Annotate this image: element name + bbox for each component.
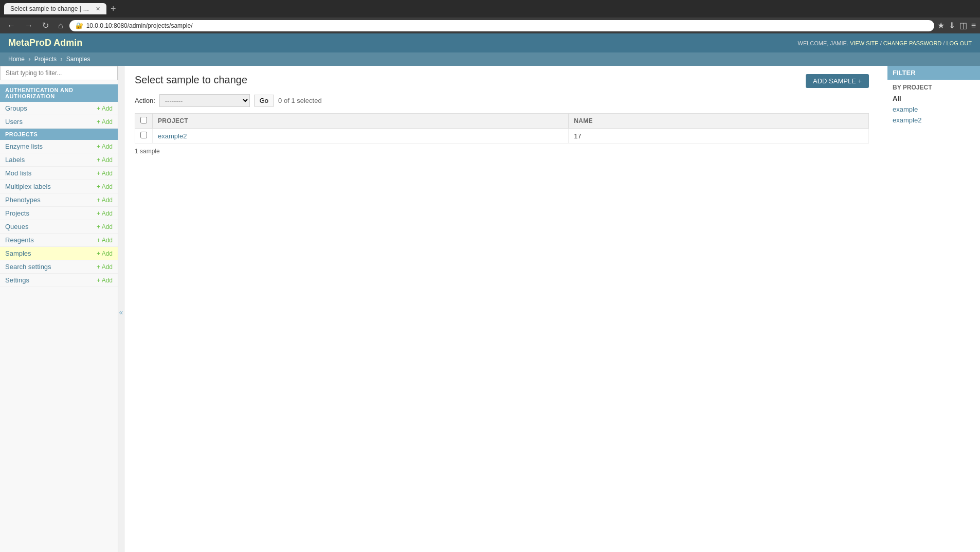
sidebar-link[interactable]: Samples bbox=[5, 250, 31, 257]
users-add-link[interactable]: + Add bbox=[97, 118, 113, 126]
url-text: 10.0.0.10:8080/admin/projects/sample/ bbox=[86, 22, 193, 29]
downloads-icon[interactable]: ⇓ bbox=[949, 21, 955, 30]
select-all-col bbox=[135, 114, 153, 129]
sidebar-item-settings: Settings + Add bbox=[0, 274, 118, 287]
project-col-header[interactable]: PROJECT bbox=[153, 114, 569, 129]
close-tab-icon[interactable]: ✕ bbox=[96, 6, 100, 12]
table-header-row: PROJECT NAME bbox=[135, 114, 869, 129]
reload-button[interactable]: ↻ bbox=[39, 20, 52, 31]
logout-link[interactable]: LOG OUT bbox=[946, 40, 972, 46]
groups-link[interactable]: Groups bbox=[5, 104, 27, 112]
auth-section-header: AUTHENTICATION AND AUTHORIZATION bbox=[0, 84, 118, 102]
sidebar-add-link[interactable]: + Add bbox=[97, 156, 113, 164]
sidebar-item-groups: Groups + Add bbox=[0, 102, 118, 115]
sidebar-add-link[interactable]: + Add bbox=[97, 183, 113, 190]
sidebar-add-link[interactable]: + Add bbox=[97, 170, 113, 177]
sidebar-link[interactable]: Labels bbox=[5, 156, 25, 164]
sidebar-item-queues: Queues + Add bbox=[0, 220, 118, 234]
filter-link[interactable]: All bbox=[893, 95, 901, 102]
sidebar-item-labels: Labels + Add bbox=[0, 153, 118, 167]
sidebar-item-reagents: Reagents + Add bbox=[0, 234, 118, 247]
back-button[interactable]: ← bbox=[4, 20, 19, 31]
sidebar-add-link[interactable]: + Add bbox=[97, 210, 113, 217]
sidebar-add-link[interactable]: + Add bbox=[97, 250, 113, 257]
extensions-icon[interactable]: ◫ bbox=[959, 21, 967, 30]
sidebar-add-link[interactable]: + Add bbox=[97, 197, 113, 204]
filter-link[interactable]: example bbox=[893, 105, 918, 113]
sidebar-add-link[interactable]: + Add bbox=[97, 223, 113, 230]
main-layout: AUTHENTICATION AND AUTHORIZATION Groups … bbox=[0, 66, 980, 552]
bookmark-star-icon[interactable]: ★ bbox=[937, 21, 945, 30]
sidebar-link[interactable]: Multiplex labels bbox=[5, 183, 51, 190]
filter-item-example: example bbox=[887, 104, 980, 115]
forward-button[interactable]: → bbox=[22, 20, 36, 31]
groups-add-link[interactable]: + Add bbox=[97, 105, 113, 112]
sidebar-item-phenotypes: Phenotypes + Add bbox=[0, 193, 118, 207]
sidebar-item-multiplex-labels: Multiplex labels + Add bbox=[0, 180, 118, 193]
browser-tab[interactable]: Select sample to change | MetaPro ✕ bbox=[4, 3, 106, 14]
sidebar-link[interactable]: Search settings bbox=[5, 263, 51, 271]
welcome-text: WELCOME, JAMIE. bbox=[798, 40, 848, 46]
action-select[interactable]: -------- Delete selected samples bbox=[159, 94, 250, 107]
sidebar-link[interactable]: Phenotypes bbox=[5, 196, 41, 204]
breadcrumb-current: Samples bbox=[66, 56, 90, 63]
browser-chrome: Select sample to change | MetaPro ✕ + bbox=[0, 0, 980, 17]
sidebar-item-search-settings: Search settings + Add bbox=[0, 260, 118, 274]
sidebar-projects-list: Enzyme lists + Add Labels + Add Mod list… bbox=[0, 140, 118, 287]
nav-bar: ← → ↻ ⌂ 🔐 10.0.0.10:8080/admin/projects/… bbox=[0, 17, 980, 33]
go-button[interactable]: Go bbox=[254, 95, 274, 106]
project-link[interactable]: example2 bbox=[158, 132, 187, 140]
collapse-icon: « bbox=[119, 308, 123, 316]
add-sample-button[interactable]: ADD SAMPLE + bbox=[806, 74, 869, 88]
new-tab-button[interactable]: + bbox=[111, 4, 116, 14]
browser-nav-icons: ★ ⇓ ◫ ≡ bbox=[937, 21, 976, 30]
data-table: PROJECT NAME example2 17 bbox=[135, 113, 869, 144]
filter-by-project-label: By Project bbox=[887, 80, 980, 93]
change-password-link[interactable]: CHANGE PASSWORD bbox=[883, 40, 941, 46]
sidebar-link[interactable]: Projects bbox=[5, 209, 29, 217]
view-site-link[interactable]: VIEW SITE bbox=[850, 40, 879, 46]
header-user-info: WELCOME, JAMIE. VIEW SITE / CHANGE PASSW… bbox=[798, 40, 972, 46]
sidebar-add-link[interactable]: + Add bbox=[97, 143, 113, 150]
row-count: 1 sample bbox=[135, 148, 869, 155]
sidebar-link[interactable]: Queues bbox=[5, 223, 29, 230]
filter-link[interactable]: example2 bbox=[893, 116, 921, 124]
home-button[interactable]: ⌂ bbox=[55, 20, 66, 31]
sidebar-item-enzyme-lists: Enzyme lists + Add bbox=[0, 140, 118, 153]
address-bar[interactable]: 🔐 10.0.0.10:8080/admin/projects/sample/ bbox=[69, 20, 934, 31]
projects-section-header: PROJECTS bbox=[0, 129, 118, 140]
sidebar: AUTHENTICATION AND AUTHORIZATION Groups … bbox=[0, 66, 118, 552]
row-checkbox[interactable] bbox=[140, 132, 147, 138]
sidebar-item-mod-lists: Mod lists + Add bbox=[0, 167, 118, 180]
select-all-checkbox[interactable] bbox=[140, 117, 147, 123]
sidebar-add-link[interactable]: + Add bbox=[97, 237, 113, 244]
app-title: MetaProD Admin bbox=[8, 38, 82, 48]
breadcrumb-home[interactable]: Home bbox=[8, 56, 25, 63]
selected-count: 0 of 1 selected bbox=[278, 97, 322, 104]
sidebar-item-samples: Samples + Add bbox=[0, 247, 118, 260]
filter-item-all: All bbox=[887, 93, 980, 104]
sidebar-add-link[interactable]: + Add bbox=[97, 277, 113, 284]
main-content: Select sample to change ADD SAMPLE + Act… bbox=[124, 66, 879, 552]
sidebar-link[interactable]: Mod lists bbox=[5, 169, 31, 177]
sidebar-link[interactable]: Enzyme lists bbox=[5, 143, 43, 150]
breadcrumb-projects[interactable]: Projects bbox=[34, 56, 57, 63]
tab-title: Select sample to change | MetaPro bbox=[10, 5, 93, 12]
table-row: example2 17 bbox=[135, 129, 869, 144]
filter-header: FILTER bbox=[887, 66, 980, 80]
filter-items-list: Allexampleexample2 bbox=[887, 93, 980, 126]
menu-icon[interactable]: ≡ bbox=[971, 21, 976, 30]
sidebar-filter-input[interactable] bbox=[0, 66, 118, 80]
app-header: MetaProD Admin WELCOME, JAMIE. VIEW SITE… bbox=[0, 33, 980, 52]
sidebar-item-users: Users + Add bbox=[0, 115, 118, 129]
table-body: example2 17 bbox=[135, 129, 869, 144]
action-bar: Action: -------- Delete selected samples… bbox=[135, 94, 869, 107]
sidebar-add-link[interactable]: + Add bbox=[97, 263, 113, 271]
sidebar-link[interactable]: Reagents bbox=[5, 236, 34, 244]
page-title: Select sample to change bbox=[135, 74, 869, 86]
sidebar-collapse[interactable]: « bbox=[118, 66, 124, 552]
name-col-header[interactable]: NAME bbox=[569, 114, 869, 129]
name-cell: 17 bbox=[569, 129, 869, 144]
sidebar-link[interactable]: Settings bbox=[5, 276, 29, 284]
users-link[interactable]: Users bbox=[5, 118, 23, 126]
